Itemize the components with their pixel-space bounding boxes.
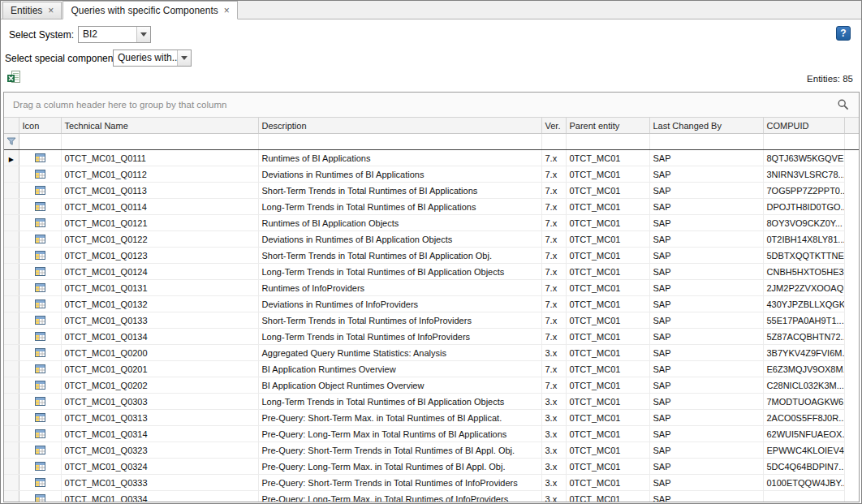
close-icon[interactable]: ×	[48, 6, 54, 15]
grid-row[interactable]: 0TCT_MC01_Q0334Pre-Query: Long-Term Max.…	[4, 491, 859, 503]
cell-technical-name[interactable]: 0TCT_MC01_Q0132	[61, 296, 258, 312]
grid-row[interactable]: 0TCT_MC01_Q0333Pre-Query: Short-Term Tre…	[4, 475, 859, 491]
special-component-select[interactable]: Queries with...	[113, 50, 192, 67]
system-select[interactable]: BI2	[78, 26, 151, 43]
cell-description[interactable]: Deviations in Runtimes of BI Application…	[258, 166, 541, 183]
cell-compuid[interactable]: 5DC4Q64BDPIN7...	[763, 459, 844, 475]
cell-description[interactable]: Pre-Query: Short-Term Trends in Total Ru…	[258, 475, 541, 491]
cell-description[interactable]: Pre-Query: Short-Term Max. in Total Runt…	[258, 410, 541, 426]
cell-version[interactable]: 7.x	[541, 377, 566, 394]
cell-description[interactable]: Deviations in Runtimes of BI Application…	[258, 231, 541, 248]
cell-description[interactable]: Runtimes of BI Applications	[258, 150, 541, 166]
filter-cell-version[interactable]	[541, 134, 566, 150]
cell-technical-name[interactable]: 0TCT_MC01_Q0111	[61, 150, 258, 166]
cell-compuid[interactable]: 7OG5PP7Z2PPT0...	[763, 183, 844, 199]
cell-technical-name[interactable]: 0TCT_MC01_Q0131	[61, 280, 258, 296]
cell-technical-name[interactable]: 0TCT_MC01_Q0133	[61, 312, 258, 329]
cell-last-changed-by[interactable]: SAP	[649, 312, 763, 329]
grid-row[interactable]: 0TCT_MC01_Q0313Pre-Query: Short-Term Max…	[4, 410, 859, 426]
cell-technical-name[interactable]: 0TCT_MC01_Q0114	[61, 199, 258, 215]
cell-icon[interactable]	[19, 475, 61, 491]
grid-row[interactable]: 0TCT_MC01_Q0112Deviations in Runtimes of…	[4, 166, 859, 183]
cell-version[interactable]: 7.x	[541, 215, 566, 231]
cell-technical-name[interactable]: 0TCT_MC01_Q0202	[61, 377, 258, 394]
cell-technical-name[interactable]: 0TCT_MC01_Q0314	[61, 426, 258, 442]
column-header-icon[interactable]: Icon	[19, 118, 61, 134]
cell-description[interactable]: Pre-Query: Long-Term Max. in Total Runti…	[258, 491, 541, 503]
cell-description[interactable]: Aggregated Query Runtime Statistics: Ana…	[258, 345, 541, 361]
cell-technical-name[interactable]: 0TCT_MC01_Q0122	[61, 231, 258, 248]
cell-compuid[interactable]: 2JM2P2ZVXOOAQ...	[763, 280, 844, 296]
cell-icon[interactable]	[19, 183, 61, 199]
cell-last-changed-by[interactable]: SAP	[649, 183, 763, 199]
cell-description[interactable]: Short-Term Trends in Total Runtimes of I…	[258, 312, 541, 329]
cell-version[interactable]: 3.x	[541, 426, 566, 442]
grid-row[interactable]: 0TCT_MC01_Q0124Long-Term Trends in Total…	[4, 264, 859, 280]
cell-description[interactable]: BI Application Runtimes Overview	[258, 361, 541, 377]
cell-technical-name[interactable]: 0TCT_MC01_Q0303	[61, 394, 258, 410]
cell-technical-name[interactable]: 0TCT_MC01_Q0313	[61, 410, 258, 426]
cell-technical-name[interactable]: 0TCT_MC01_Q0333	[61, 475, 258, 491]
cell-technical-name[interactable]: 0TCT_MC01_Q0323	[61, 442, 258, 459]
cell-parent-entity[interactable]: 0TCT_MC01	[566, 264, 649, 280]
cell-last-changed-by[interactable]: SAP	[649, 426, 763, 442]
grid-row[interactable]: 0TCT_MC01_Q0202BI Application Object Run…	[4, 377, 859, 394]
cell-last-changed-by[interactable]: SAP	[649, 459, 763, 475]
filter-cell-last-changed-by[interactable]	[649, 134, 763, 150]
group-by-panel[interactable]: Drag a column header here to group by th…	[4, 93, 859, 117]
cell-compuid[interactable]: 3NIRN3VLSRC78...	[763, 166, 844, 183]
cell-compuid[interactable]: 0T2IBH14X8LY81...	[763, 231, 844, 248]
chevron-down-icon[interactable]	[136, 27, 150, 42]
filter-cell-description[interactable]	[258, 134, 541, 150]
cell-compuid[interactable]: 5Z87ACQBHTN72...	[763, 329, 844, 345]
column-header-last-changed-by[interactable]: Last Changed By	[649, 118, 763, 134]
cell-parent-entity[interactable]: 0TCT_MC01	[566, 312, 649, 329]
cell-parent-entity[interactable]: 0TCT_MC01	[566, 361, 649, 377]
cell-description[interactable]: Long-Term Trends in Total Runtimes of BI…	[258, 199, 541, 215]
cell-description[interactable]: Short-Term Trends in Total Runtimes of B…	[258, 248, 541, 264]
cell-version[interactable]: 3.x	[541, 442, 566, 459]
cell-last-changed-by[interactable]: SAP	[649, 248, 763, 264]
cell-icon[interactable]	[19, 361, 61, 377]
cell-description[interactable]: Long-Term Trends in Total Runtimes of In…	[258, 329, 541, 345]
cell-description[interactable]: BI Application Object Runtimes Overview	[258, 377, 541, 394]
cell-version[interactable]: 3.x	[541, 345, 566, 361]
cell-icon[interactable]	[19, 150, 61, 166]
filter-cell-compuid[interactable]	[763, 134, 844, 150]
cell-version[interactable]: 7.x	[541, 329, 566, 345]
cell-compuid[interactable]: DPOJTH8ID0TGO...	[763, 199, 844, 215]
cell-last-changed-by[interactable]: SAP	[649, 231, 763, 248]
grid-row[interactable]: 0TCT_MC01_Q0323Pre-Query: Short-Term Tre…	[4, 442, 859, 459]
cell-technical-name[interactable]: 0TCT_MC01_Q0324	[61, 459, 258, 475]
excel-export-icon[interactable]	[6, 70, 21, 84]
cell-last-changed-by[interactable]: SAP	[649, 361, 763, 377]
cell-parent-entity[interactable]: 0TCT_MC01	[566, 150, 649, 166]
cell-icon[interactable]	[19, 166, 61, 183]
cell-parent-entity[interactable]: 0TCT_MC01	[566, 394, 649, 410]
cell-compuid[interactable]: 55E17PA0AH9T1...	[763, 312, 844, 329]
grid-row[interactable]: 0TCT_MC01_Q0314Pre-Query: Long-Term Max …	[4, 426, 859, 442]
grid-row[interactable]: 0TCT_MC01_Q0303Long-Term Trends in Total…	[4, 394, 859, 410]
grid-row[interactable]: 0TCT_MC01_Q0114Long-Term Trends in Total…	[4, 199, 859, 215]
cell-technical-name[interactable]: 0TCT_MC01_Q0121	[61, 215, 258, 231]
cell-description[interactable]: Deviations in Runtimes of InfoProviders	[258, 296, 541, 312]
cell-version[interactable]: 7.x	[541, 361, 566, 377]
cell-last-changed-by[interactable]: SAP	[649, 377, 763, 394]
cell-technical-name[interactable]: 0TCT_MC01_Q0124	[61, 264, 258, 280]
cell-compuid[interactable]: 8QTJ63W5KGQVE...	[763, 150, 844, 166]
close-icon[interactable]: ×	[224, 6, 230, 15]
cell-description[interactable]: Pre-Query: Short-Term Trends in Total Ru…	[258, 442, 541, 459]
cell-compuid[interactable]: 5DBTXQQTKTTNE...	[763, 248, 844, 264]
cell-last-changed-by[interactable]: SAP	[649, 199, 763, 215]
tab-entities[interactable]: Entities ×	[2, 2, 62, 19]
cell-parent-entity[interactable]: 0TCT_MC01	[566, 183, 649, 199]
cell-description[interactable]: Runtimes of InfoProviders	[258, 280, 541, 296]
cell-version[interactable]: 3.x	[541, 394, 566, 410]
cell-icon[interactable]	[19, 491, 61, 503]
cell-parent-entity[interactable]: 0TCT_MC01	[566, 248, 649, 264]
cell-icon[interactable]	[19, 264, 61, 280]
grid-row[interactable]: 0TCT_MC01_Q0122Deviations in Runtimes of…	[4, 231, 859, 248]
cell-parent-entity[interactable]: 0TCT_MC01	[566, 459, 649, 475]
cell-last-changed-by[interactable]: SAP	[649, 280, 763, 296]
cell-version[interactable]: 3.x	[541, 491, 566, 503]
